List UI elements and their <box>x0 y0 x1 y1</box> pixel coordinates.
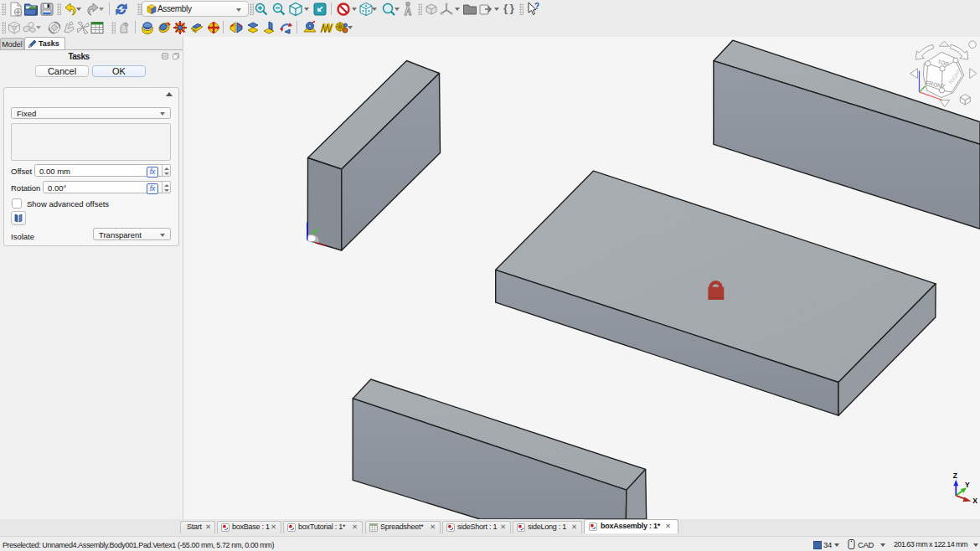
svg-text:Z: Z <box>953 471 957 480</box>
svg-text:Y: Y <box>965 481 970 489</box>
svg-text:?: ? <box>534 2 539 11</box>
svg-text:X: X <box>972 497 977 505</box>
